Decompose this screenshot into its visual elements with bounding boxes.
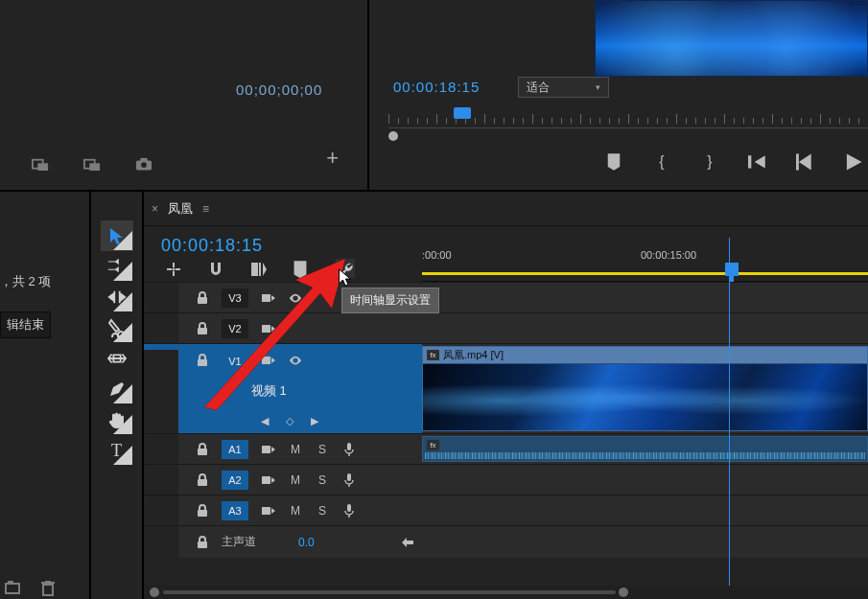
lane-master[interactable] [422,525,868,558]
program-monitor: 00:00:18:15 适合 ▾ { } /* ticks rendered b… [369,0,868,190]
svg-rect-9 [6,584,19,593]
svg-rect-5 [140,158,147,162]
marker-icon[interactable] [604,153,623,171]
svg-rect-13 [45,581,51,583]
frame-export-icon[interactable] [32,157,49,171]
new-item-icon[interactable] [5,581,20,596]
zoom-handle-right[interactable] [619,587,628,597]
program-preview[interactable] [595,0,868,77]
tooltip: 时间轴显示设置 [341,288,439,313]
tool-type[interactable]: T [101,435,133,466]
track-label[interactable]: A3 [222,501,248,520]
svg-rect-26 [347,443,351,450]
lock-icon[interactable] [197,443,208,456]
work-area-bar[interactable] [422,272,868,275]
project-row[interactable]: 辑结束 [0,311,51,338]
svg-rect-25 [262,446,270,453]
timeline-playhead[interactable] [725,263,739,276]
mute-button[interactable]: M [289,473,302,487]
mute-button[interactable]: M [289,443,302,456]
brace-out-icon[interactable]: } [700,153,719,171]
program-scroll-knob[interactable] [388,131,398,141]
zoom-fit-dropdown[interactable]: 适合 ▾ [518,77,609,98]
fx-badge[interactable]: fx [427,350,439,360]
next-keyframe-icon[interactable]: ▶ [311,415,318,427]
tool-ripple-edit[interactable] [101,282,133,312]
program-controls: { } [604,153,863,171]
add-keyframe-icon[interactable]: ◇ [286,415,293,427]
zoom-handle-left[interactable] [150,587,159,597]
sync-icon[interactable] [401,537,414,548]
track-header-master[interactable]: 主声道 0.0 [144,525,422,558]
trash-icon[interactable] [41,581,55,596]
item-count-text: ，共 2 项 [0,273,51,290]
track-header-a2[interactable]: A2 M S [144,464,422,495]
svg-rect-27 [198,479,207,486]
toggle-output-icon[interactable] [262,504,275,518]
sequence-tab[interactable]: 凤凰 [168,200,193,218]
tool-pen[interactable] [101,374,133,404]
svg-rect-3 [89,163,100,171]
master-gain-value[interactable]: 0.0 [298,536,315,549]
prev-keyframe-icon[interactable]: ◀ [261,415,269,427]
solo-button[interactable]: S [316,473,329,487]
master-track-label: 主声道 [222,534,256,550]
video-clip[interactable]: fx 凤凰.mp4 [V] [422,346,868,431]
lane-a1[interactable]: fx [422,433,868,464]
svg-point-15 [173,268,176,271]
solo-button[interactable]: S [316,504,329,518]
track-header-a1[interactable]: A1 M S [144,433,422,464]
tool-track-select[interactable] [101,251,133,282]
lane-v3[interactable] [422,282,868,312]
svg-rect-10 [8,581,13,585]
step-back-icon[interactable] [796,153,815,171]
tool-selection[interactable] [101,220,133,251]
brace-in-icon[interactable]: { [652,153,671,171]
mute-button[interactable]: M [289,504,302,518]
program-mini-timeline[interactable] [388,111,868,140]
svg-rect-7 [748,155,751,168]
close-icon[interactable]: × [152,202,158,216]
program-timecode[interactable]: 00:00:18:15 [393,79,480,95]
add-button[interactable]: + [326,146,339,171]
clip-header: fx 凤凰.mp4 [V] [423,347,867,363]
mic-icon[interactable] [342,443,356,456]
waveform [425,452,865,459]
lane-a2[interactable] [422,464,868,495]
snap-icon[interactable] [165,261,182,278]
playhead-line[interactable] [729,238,730,599]
svg-point-6 [141,162,147,168]
track-header-a3[interactable]: A3 M S [144,495,422,525]
solo-button[interactable]: S [316,443,329,456]
tracks-area: :00:00 00:00:15:00 fx 凤凰.mp4 [V] fx [422,238,868,599]
project-panel: ，共 2 项 辑结束 [0,192,91,599]
svg-rect-30 [198,510,207,517]
audio-clip[interactable]: fx [422,436,868,462]
tool-slip[interactable] [101,343,133,374]
lock-icon[interactable] [197,504,208,518]
toggle-output-icon[interactable] [262,473,275,487]
frame-export-icon[interactable] [83,157,101,171]
tool-razor[interactable] [101,312,133,343]
play-icon[interactable] [844,153,863,171]
timeline-zoom-scrollbar[interactable] [144,586,868,599]
lock-icon[interactable] [197,473,208,487]
camera-icon[interactable] [135,157,152,171]
track-label[interactable]: A2 [222,471,248,490]
lane-v1[interactable]: fx 凤凰.mp4 [V] [422,343,868,433]
lane-a3[interactable] [422,495,868,525]
go-in-icon[interactable] [748,153,767,171]
panel-menu-icon[interactable]: ≡ [202,202,209,216]
mic-icon[interactable] [342,473,356,487]
timeline-timecode[interactable]: 00:00:18:15 [161,236,263,256]
lock-icon[interactable] [197,536,208,549]
tool-hand[interactable] [101,404,133,435]
mic-icon[interactable] [342,504,356,518]
track-label[interactable]: A1 [222,440,248,459]
timeline-ruler[interactable]: :00:00 00:00:15:00 [422,238,868,282]
fx-badge[interactable]: fx [427,440,439,450]
toggle-output-icon[interactable] [262,443,275,456]
lane-v2[interactable] [422,312,868,343]
ruler-label: 00:00:15:00 [641,249,696,261]
svg-rect-32 [347,504,351,512]
